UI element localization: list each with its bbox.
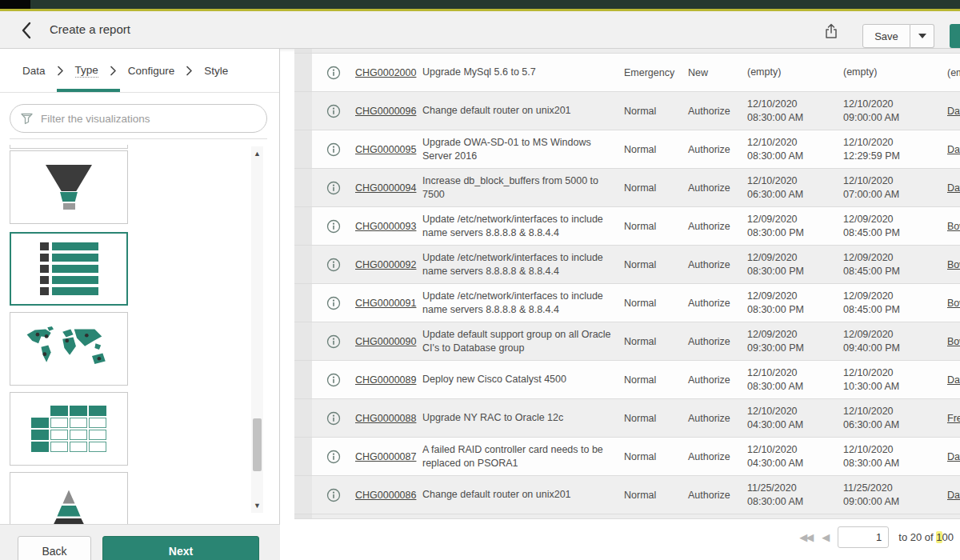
end-date: 12/09/2020 09:40:00 PM	[843, 328, 938, 355]
change-number-link[interactable]: CHG0000087	[355, 451, 416, 462]
change-number-link[interactable]: CHG0002000	[355, 67, 416, 78]
info-icon	[326, 411, 341, 426]
table-row[interactable]: CHG0000087 A failed RAID controller card…	[294, 438, 960, 476]
list-divider	[10, 138, 267, 139]
chevron-right-icon	[186, 66, 193, 76]
priority-value: Normal	[624, 413, 688, 424]
viz-list-scrollbar[interactable]: ▲ ▼	[251, 146, 263, 513]
state-value: Authorize	[688, 336, 747, 347]
row-gutter	[294, 54, 312, 91]
row-gutter	[294, 322, 312, 360]
wizard-step-configure[interactable]: Configure	[128, 65, 175, 77]
row-info-button[interactable]	[312, 296, 355, 310]
info-icon	[326, 334, 341, 349]
assignee-link[interactable]: Bow	[938, 336, 960, 347]
previous-page-button[interactable]: ◀	[822, 531, 828, 543]
row-info-button[interactable]	[312, 411, 355, 426]
viz-card-funnel[interactable]	[10, 150, 128, 224]
row-info-button[interactable]	[312, 66, 355, 80]
table-row[interactable]: CHG0000092 Update /etc/network/interface…	[294, 246, 960, 284]
assignee-link[interactable]: Dav	[938, 490, 960, 501]
table-row[interactable]: CHG0000096 Change default router on unix…	[294, 92, 960, 130]
next-button[interactable]: Next	[102, 536, 259, 560]
assignee-link[interactable]: Dav	[938, 106, 960, 117]
clipped-primary-button[interactable]	[950, 24, 960, 48]
assignee-link[interactable]: (em	[938, 67, 960, 78]
assignee-link[interactable]: Bow	[938, 298, 960, 309]
viz-card-heatmap[interactable]	[10, 392, 128, 466]
save-button[interactable]: Save	[862, 24, 910, 48]
row-info-button[interactable]	[312, 488, 355, 502]
change-number-link[interactable]: CHG0000091	[355, 298, 416, 309]
row-gutter	[294, 361, 312, 398]
priority-value: Emergency	[624, 67, 688, 78]
scroll-down-icon[interactable]: ▼	[251, 500, 263, 511]
table-row[interactable]: CHG0000091 Update /etc/network/interface…	[294, 284, 960, 322]
state-value: Authorize	[688, 490, 747, 501]
end-date: (empty)	[843, 66, 938, 79]
table-row[interactable]: CHG0000094 Increase db_block_buffers fro…	[294, 169, 960, 207]
start-date: 12/09/2020 08:30:00 PM	[747, 251, 843, 278]
scrollbar-thumb[interactable]	[253, 418, 262, 471]
table-row[interactable]: CHG0000090 Update default support group …	[294, 322, 960, 361]
change-number-link[interactable]: CHG0000093	[355, 221, 416, 232]
assignee-link[interactable]: Dav	[938, 144, 960, 155]
info-icon	[326, 450, 341, 464]
wizard-step-type[interactable]: Type	[75, 64, 98, 78]
row-info-button[interactable]	[312, 373, 355, 387]
visualization-filter-input[interactable]	[41, 113, 257, 125]
start-date: 12/10/2020 08:30:00 AM	[747, 136, 843, 163]
row-info-button[interactable]	[312, 450, 355, 464]
row-info-button[interactable]	[312, 219, 355, 234]
change-number-link[interactable]: CHG0000089	[355, 374, 416, 386]
report-type-sidebar: Data Type Configure Style	[0, 49, 280, 560]
short-description: Change default router on unix201	[422, 488, 624, 502]
list-chart-icon	[40, 242, 98, 295]
table-row[interactable]: CHG0000088 Upgrade NY RAC to Oracle 12c …	[294, 399, 960, 438]
row-info-button[interactable]	[312, 104, 355, 118]
page-number-input[interactable]	[838, 526, 889, 548]
assignee-link[interactable]: Dav	[938, 451, 960, 462]
wizard-step-style[interactable]: Style	[204, 65, 228, 77]
change-number-link[interactable]: CHG0000090	[355, 336, 416, 347]
end-date: 12/10/2020 09:00:00 AM	[843, 98, 938, 125]
first-page-button[interactable]: ◀◀	[799, 531, 812, 543]
assignee-link[interactable]: Bow	[938, 221, 960, 232]
save-split-button: Save	[862, 24, 934, 48]
assignee-link[interactable]: Bow	[938, 259, 960, 270]
table-row[interactable]: CHG0002000 Upgrade MySql 5.6 to 5.7 Emer…	[294, 54, 960, 92]
change-number-link[interactable]: CHG0000094	[355, 182, 416, 194]
table-row[interactable]: CHG0000086 Change default router on unix…	[294, 476, 960, 514]
row-gutter	[294, 92, 312, 130]
scroll-up-icon[interactable]: ▲	[251, 148, 263, 159]
assignee-link[interactable]: Dav	[938, 374, 960, 386]
change-number-link[interactable]: CHG0000096	[355, 106, 416, 117]
row-info-button[interactable]	[312, 258, 355, 272]
change-number-link[interactable]: CHG0000095	[355, 144, 416, 155]
assignee-link[interactable]: Fre	[938, 413, 960, 424]
table-row[interactable]: CHG0000089 Deploy new Cisco Catalyst 450…	[294, 361, 960, 399]
change-number-link[interactable]: CHG0000086	[355, 490, 416, 501]
table-row[interactable]: CHG0000093 Update /etc/network/interface…	[294, 207, 960, 246]
viz-card-list-selected[interactable]	[10, 232, 128, 306]
priority-value: Normal	[624, 144, 688, 155]
save-dropdown-button[interactable]	[910, 24, 934, 48]
start-date: 11/25/2020 08:30:00 AM	[747, 482, 843, 509]
change-number-link[interactable]: CHG0000092	[355, 259, 416, 270]
row-info-button[interactable]	[312, 142, 355, 157]
heatmap-grid-icon	[31, 406, 106, 452]
viz-card-pyramid[interactable]	[10, 472, 128, 524]
row-gutter	[294, 207, 312, 245]
priority-value: Normal	[624, 259, 688, 270]
row-info-button[interactable]	[312, 334, 355, 349]
share-button[interactable]	[821, 21, 842, 42]
table-row[interactable]: CHG0000095 Upgrade OWA-SD-01 to MS Windo…	[294, 130, 960, 169]
back-button[interactable]: Back	[18, 536, 91, 560]
viz-card-world-map[interactable]	[10, 312, 128, 386]
wizard-step-data[interactable]: Data	[22, 65, 46, 77]
back-arrow-button[interactable]	[14, 19, 37, 42]
row-info-button[interactable]	[312, 181, 355, 195]
assignee-link[interactable]: Dav	[938, 182, 960, 194]
change-number-link[interactable]: CHG0000088	[355, 413, 416, 424]
pyramid-chart-icon	[47, 490, 90, 525]
